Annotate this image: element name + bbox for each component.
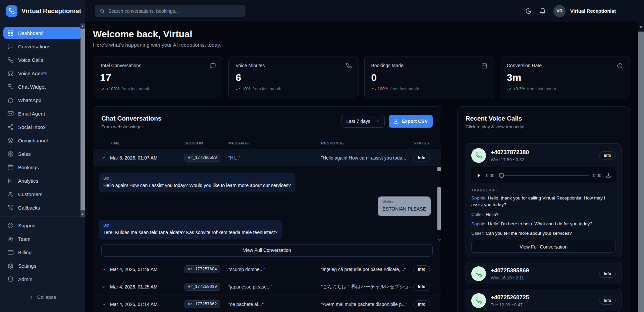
sidebar-item-conversations[interactable]: Conversations xyxy=(3,40,82,52)
info-badge[interactable]: Info xyxy=(599,151,616,160)
sidebar-item-callbacks[interactable]: Callbacks xyxy=(3,202,82,214)
table-row[interactable]: Mar 4, 2026, 01:25 AM vr_177258030 "japa… xyxy=(93,278,441,296)
transcript-text: Can you tell me more about your services… xyxy=(486,231,572,236)
sidebar-item-voice-calls[interactable]: Voice Calls xyxy=(3,54,82,66)
row-response: "Înțeleg că prețurile pot părea ridicate… xyxy=(321,267,413,272)
table-row[interactable]: Mar 5, 2026, 01:07 AM vr_177266559 "HI..… xyxy=(93,149,441,166)
info-badge[interactable]: Info xyxy=(413,283,430,291)
info-badge[interactable]: Info xyxy=(413,265,430,273)
call-card[interactable]: +40725395869 Wed 16:10 • 2:11 Info xyxy=(466,262,622,284)
sidebar-divider xyxy=(0,288,85,288)
chat-conversations-panel: Chat Conversations From website widget L… xyxy=(93,106,441,312)
sidebar-collapse-button[interactable]: Collapse xyxy=(0,291,85,304)
sidebar-item-omnichannel[interactable]: Omnichannel xyxy=(3,134,82,146)
notifications-button[interactable] xyxy=(539,8,546,14)
column-message: MESSAGE xyxy=(228,141,321,145)
sidebar-item-voice-agents[interactable]: Voice Agents xyxy=(3,67,82,79)
bell-icon xyxy=(539,8,546,14)
info-badge[interactable]: Info xyxy=(413,154,430,162)
theme-toggle-button[interactable] xyxy=(525,8,532,14)
sidebar-item-support[interactable]: Support xyxy=(3,219,82,231)
table-row[interactable]: Mar 4, 2026, 01:14 AM vr_177257662 "ce p… xyxy=(93,296,441,312)
scroll-up-arrow[interactable] xyxy=(640,26,642,28)
date-range-select[interactable]: Last 7 days xyxy=(341,115,385,128)
thread-scrollbar[interactable] xyxy=(437,166,441,235)
users-icon xyxy=(7,191,14,197)
app-title: Virtual Receptionist xyxy=(21,7,81,15)
avatar[interactable]: VR xyxy=(553,5,566,17)
delta-value: +0.3% xyxy=(513,87,525,91)
info-badge[interactable]: Info xyxy=(413,300,430,308)
delta-note: from last month xyxy=(253,87,281,91)
sidebar-item-analytics[interactable]: Analytics xyxy=(3,175,82,187)
row-time: Mar 4, 2026, 01:14 AM xyxy=(110,302,184,307)
view-full-conversation-button[interactable]: View Full Conversation xyxy=(101,244,433,257)
stat-label: Voice Minutes xyxy=(235,63,265,68)
sidebar-item-customers[interactable]: Customers xyxy=(3,188,82,200)
session-badge: vr_177266559 xyxy=(184,154,220,162)
chevron-down-icon xyxy=(101,302,106,307)
sidebar-item-bookings[interactable]: Bookings xyxy=(3,161,82,173)
seek-slider[interactable] xyxy=(499,172,588,178)
table-row[interactable]: Mar 4, 2026, 01:49 AM vr_177257604 "scum… xyxy=(93,261,441,278)
delta-note: from last month xyxy=(390,87,419,91)
sidebar-item-settings[interactable]: Settings xyxy=(3,260,82,272)
sidebar-item-social-inbox[interactable]: Social Inbox xyxy=(3,121,82,133)
sidebar-item-whatsapp[interactable]: WhatsApp xyxy=(3,94,82,106)
search-input[interactable] xyxy=(108,8,240,14)
sidebar-scrollbar[interactable] xyxy=(80,24,85,217)
phone-icon xyxy=(475,152,482,159)
date-range-value: Last 7 days xyxy=(346,119,370,124)
phone-icon xyxy=(9,8,15,14)
trend-up-icon xyxy=(507,87,512,91)
app-brand: Virtual Receptionist xyxy=(0,0,85,22)
info-badge[interactable]: Info xyxy=(599,270,616,278)
play-button[interactable] xyxy=(476,173,482,178)
call-meta: Wed 16:10 • 2:11 xyxy=(491,275,594,280)
scroll-down-arrow[interactable] xyxy=(82,214,84,215)
call-number: +40725260725 xyxy=(491,294,594,301)
slider-handle[interactable] xyxy=(499,173,504,178)
scroll-down-chevron-icon[interactable] xyxy=(437,237,442,242)
stat-delta: 100% from last month xyxy=(371,87,487,91)
row-time: Mar 4, 2026, 01:25 AM xyxy=(110,284,184,289)
view-full-conversation-button[interactable]: View Full Conversation xyxy=(471,241,616,253)
call-card[interactable]: +40737872380 Wed 17:50 • 0:32 Info 0:00 … xyxy=(466,143,622,257)
sidebar-item-label: Dashboard xyxy=(18,30,43,36)
stat-cards: Total Conversations 17 +183% from last m… xyxy=(93,56,630,98)
sidebar-item-chat-widget[interactable]: Chat Widget xyxy=(3,81,82,93)
phone-icon xyxy=(346,63,352,69)
scroll-up-arrow[interactable] xyxy=(82,26,84,27)
column-time: TIME xyxy=(110,141,184,145)
sidebar-item-dashboard[interactable]: Dashboard xyxy=(3,27,82,39)
column-response: RESPONSE xyxy=(321,141,413,145)
row-response: "Avem mai multe pachete disponibile p...… xyxy=(321,302,413,307)
sidebar-item-billing[interactable]: Billing xyxy=(3,246,82,258)
sidebar-item-sales[interactable]: Sales xyxy=(3,148,82,160)
info-badge[interactable]: Info xyxy=(599,297,616,305)
scrollbar-cap[interactable] xyxy=(437,167,441,171)
sidebar-item-label: Omnichannel xyxy=(18,138,48,143)
scrollbar-thumb[interactable] xyxy=(437,187,441,230)
download-icon[interactable] xyxy=(606,173,611,178)
sidebar-item-label: Admin xyxy=(18,276,33,282)
sidebar-item-label: Email Agent xyxy=(18,111,45,117)
chevron-down-icon xyxy=(101,284,106,289)
delta-note: from last month xyxy=(527,87,556,91)
page-scrollbar[interactable] xyxy=(638,22,644,312)
transcript-label: TRANSCRIPT xyxy=(471,188,616,192)
call-card[interactable]: +40725260725 Tue 12:39 • 0:47 Info xyxy=(466,289,622,311)
scrollbar-thumb[interactable] xyxy=(80,29,85,210)
sidebar-item-label: Analytics xyxy=(18,178,38,184)
sidebar-item-admin[interactable]: Admin xyxy=(3,273,82,285)
sidebar-item-email-agent[interactable]: Email Agent xyxy=(3,107,82,120)
call-number: +40737872380 xyxy=(491,149,594,156)
stat-delta: +0% from last month xyxy=(235,87,352,91)
user-name: Virtual Receptionist xyxy=(570,8,616,14)
sidebar-item-team[interactable]: Team xyxy=(3,233,82,245)
sender-label: Bot xyxy=(103,176,291,181)
scrollbar-thumb[interactable] xyxy=(638,32,644,312)
sidebar-item-label: Customers xyxy=(18,191,43,197)
topbar: Virtual Receptionist VR Virtual Receptio… xyxy=(0,0,644,22)
export-csv-button[interactable]: Export CSV xyxy=(389,115,433,128)
